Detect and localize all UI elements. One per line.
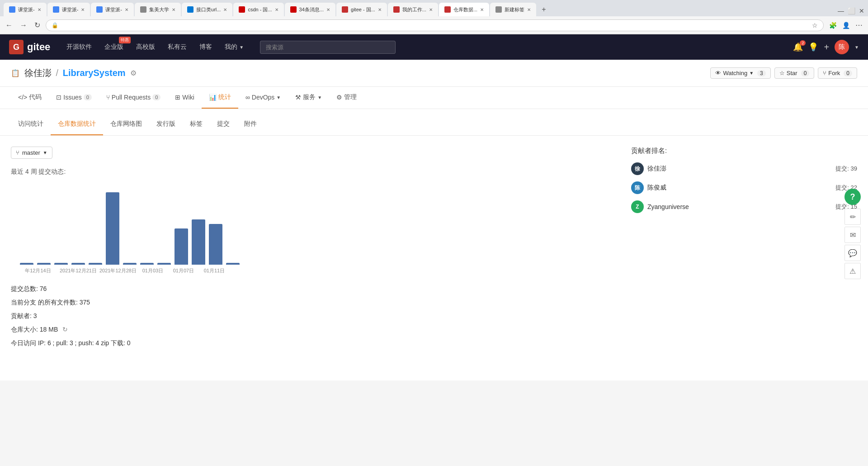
browser-tab-1[interactable]: 课堂派- ✕: [4, 3, 47, 16]
nav-code[interactable]: </> 代码: [11, 87, 49, 109]
extensions-button[interactable]: 🧩: [827, 20, 839, 31]
subnav-commits[interactable]: 提交: [210, 116, 237, 135]
contributor-name-3[interactable]: Zyanguniverse: [647, 203, 835, 210]
subnav-access[interactable]: 访问统计: [11, 116, 51, 135]
lightbulb-icon[interactable]: 💡: [808, 42, 818, 52]
minimize-button[interactable]: —: [838, 7, 844, 14]
nav-devops[interactable]: ∞ DevOps ▼: [238, 87, 288, 109]
nav-services[interactable]: ⚒ 服务 ▼: [288, 87, 329, 109]
tab-close[interactable]: ✕: [275, 7, 278, 12]
browser-tab-11[interactable]: 新建标签 ✕: [490, 3, 536, 16]
profile-button[interactable]: 👤: [840, 20, 852, 31]
more-button[interactable]: ⋯: [854, 19, 864, 31]
branch-selector: ⑂ master ▼: [11, 147, 604, 159]
nav-opensource[interactable]: 开源软件: [61, 39, 97, 55]
repo-settings-icon[interactable]: ⚙: [130, 69, 137, 77]
watch-button[interactable]: 👁 Watching ▼ 3: [710, 67, 770, 79]
stats-container: 访问统计 仓库数据统计 仓库网络图 发行版 标签 提交 附件: [0, 109, 868, 380]
notification-bell[interactable]: 🔔 2: [793, 42, 803, 52]
subnav-tags-label: 标签: [190, 120, 203, 127]
commit-chart: [11, 183, 604, 265]
bar-11: [192, 219, 205, 265]
browser-tab-8[interactable]: gitee - 国... ✕: [336, 3, 387, 16]
tab-close[interactable]: ✕: [81, 7, 85, 12]
close-button[interactable]: ✕: [859, 7, 864, 14]
contributor-initial-3: Z: [636, 204, 639, 210]
browser-tab-4[interactable]: 集美大学 ✕: [135, 3, 181, 16]
bar-3: [54, 263, 68, 265]
nav-manage[interactable]: ⚙ 管理: [329, 87, 364, 109]
help-button[interactable]: ?: [844, 189, 861, 205]
nav-mine[interactable]: 我的 ▼: [219, 39, 249, 55]
subnav-releases[interactable]: 发行版: [149, 116, 183, 135]
repo-name[interactable]: LibrarySystem: [63, 68, 126, 78]
browser-tab-5[interactable]: 接口类url... ✕: [182, 3, 232, 16]
tab-favicon: [342, 6, 348, 13]
subnav-attachments[interactable]: 附件: [237, 116, 264, 135]
nav-pullrequests[interactable]: ⑂ Pull Requests 0: [99, 87, 168, 109]
stats-main-content: ⑂ master ▼ 最近 4 周 提交动态:: [0, 136, 868, 364]
repo-owner[interactable]: 徐佳澎: [24, 68, 52, 78]
gitee-nav: 开源软件 企业版 特惠 高校版 私有云 博客 我的 ▼: [61, 39, 249, 55]
star-button[interactable]: ☆ Star 0: [774, 67, 815, 79]
warning-icon[interactable]: ⚠: [844, 263, 861, 279]
search-input[interactable]: [260, 41, 396, 54]
tab-close[interactable]: ✕: [480, 7, 484, 12]
nav-stats[interactable]: 📊 统计: [202, 87, 238, 109]
mail-icon[interactable]: ✉: [844, 227, 861, 243]
tab-close[interactable]: ✕: [125, 7, 128, 12]
total-commits-label: 提交总数:: [11, 285, 38, 292]
nav-wiki[interactable]: ⊞ Wiki: [168, 87, 201, 109]
repo-icon: 📋: [11, 69, 20, 77]
forward-button[interactable]: →: [18, 19, 29, 31]
edit-icon[interactable]: ✏: [844, 209, 861, 225]
tab-close[interactable]: ✕: [527, 7, 531, 12]
browser-tab-10[interactable]: 仓库数据... ✕: [439, 3, 489, 16]
nav-university[interactable]: 高校版: [131, 39, 160, 55]
tab-close[interactable]: ✕: [429, 7, 433, 12]
x-label-4: 01月03日: [139, 267, 166, 274]
browser-tab-2[interactable]: 课堂派- ✕: [47, 3, 90, 16]
gitee-logo[interactable]: G gitee: [9, 40, 50, 54]
gitee-search[interactable]: [260, 41, 396, 54]
tab-close[interactable]: ✕: [326, 7, 330, 12]
browser-tab-6[interactable]: csdn - 国... ✕: [233, 3, 283, 16]
avatar-chevron-icon[interactable]: ▼: [854, 45, 859, 50]
tab-close[interactable]: ✕: [38, 7, 41, 12]
chat-icon[interactable]: 💬: [844, 245, 861, 261]
nav-blog[interactable]: 博客: [194, 39, 217, 55]
repo-header: 📋 徐佳澎 / LibrarySystem ⚙ 👁 Watching ▼ 3 ☆…: [0, 60, 868, 87]
tab-close[interactable]: ✕: [378, 7, 382, 12]
url-input[interactable]: https://gitee.com/xu-jiapeng37/library-s…: [61, 22, 809, 29]
subnav-data[interactable]: 仓库数据统计: [51, 116, 103, 135]
contributor-name-2[interactable]: 陈俊威: [647, 184, 835, 192]
contributors-label: 贡献者:: [11, 312, 32, 319]
browser-tab-9[interactable]: 我的工作... ✕: [388, 3, 438, 16]
refresh-icon[interactable]: ↻: [62, 326, 68, 333]
tab-close[interactable]: ✕: [223, 7, 227, 12]
subnav-tags[interactable]: 标签: [183, 116, 210, 135]
maximize-button[interactable]: ⬜: [848, 7, 855, 14]
browser-tab-7[interactable]: 34条消息... ✕: [285, 3, 335, 16]
metric-today-access: 今日访问 IP: 6 ; pull: 3 ; push: 4 zip 下载: 0: [11, 339, 604, 347]
tab-close[interactable]: ✕: [172, 7, 175, 12]
new-tab-button[interactable]: +: [537, 3, 550, 16]
branch-dropdown[interactable]: ⑂ master ▼: [11, 147, 52, 159]
bookmark-icon[interactable]: ☆: [812, 22, 818, 29]
subnav-attachments-label: 附件: [244, 120, 257, 127]
plus-icon[interactable]: +: [824, 42, 829, 52]
address-bar[interactable]: 🔒 https://gitee.com/xu-jiapeng37/library…: [46, 19, 824, 31]
subnav-network[interactable]: 仓库网络图: [103, 116, 149, 135]
subnav-releases-label: 发行版: [156, 120, 175, 127]
nav-issues[interactable]: ⊡ Issues 0: [49, 87, 99, 109]
back-button[interactable]: ←: [4, 19, 14, 31]
contributor-name-1[interactable]: 徐佳澎: [647, 165, 835, 173]
browser-toolbar: ← → ↻ 🔒 https://gitee.com/xu-jiapeng37/l…: [0, 16, 868, 34]
nav-stats-label: 统计: [218, 93, 231, 101]
fork-button[interactable]: ⑂ Fork 0: [818, 67, 857, 79]
user-avatar[interactable]: 陈: [835, 40, 849, 54]
stats-subnav: 访问统计 仓库数据统计 仓库网络图 发行版 标签 提交 附件: [0, 109, 868, 136]
reload-button[interactable]: ↻: [33, 19, 42, 31]
nav-private[interactable]: 私有云: [162, 39, 192, 55]
browser-tab-3[interactable]: 课堂派- ✕: [91, 3, 134, 16]
